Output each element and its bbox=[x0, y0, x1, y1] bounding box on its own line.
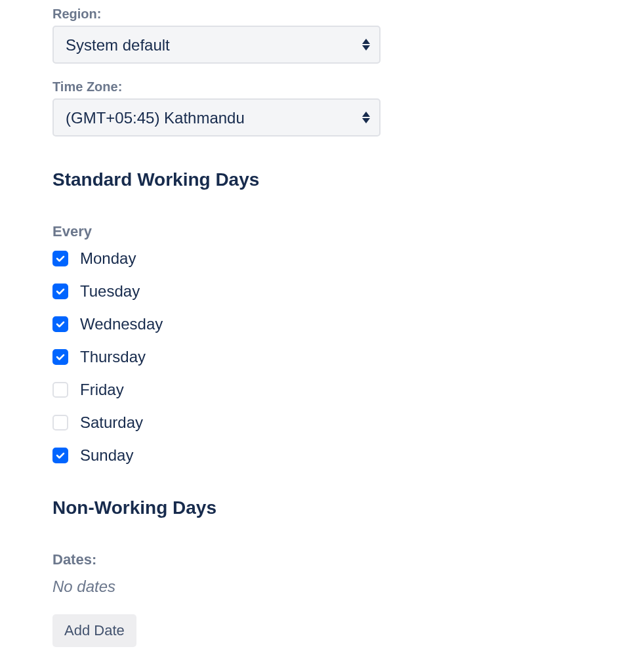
checkbox-saturday[interactable] bbox=[52, 415, 68, 430]
checkbox-sunday[interactable] bbox=[52, 448, 68, 463]
checkbox-label-wednesday[interactable]: Wednesday bbox=[80, 315, 163, 333]
timezone-select-wrapper: (GMT+05:45) Kathmandu bbox=[52, 98, 381, 136]
check-icon bbox=[55, 286, 66, 297]
timezone-select[interactable]: (GMT+05:45) Kathmandu bbox=[52, 98, 381, 136]
no-dates-text: No dates bbox=[52, 578, 566, 596]
checkbox-row-wednesday: Wednesday bbox=[52, 315, 566, 333]
checkbox-label-monday[interactable]: Monday bbox=[80, 249, 136, 268]
checkbox-row-thursday: Thursday bbox=[52, 348, 566, 366]
checkbox-monday[interactable] bbox=[52, 251, 68, 266]
working-days-heading: Standard Working Days bbox=[52, 169, 566, 190]
region-select[interactable]: System default bbox=[52, 26, 381, 64]
checkbox-friday[interactable] bbox=[52, 382, 68, 398]
checkbox-thursday[interactable] bbox=[52, 349, 68, 365]
checkbox-row-sunday: Sunday bbox=[52, 446, 566, 465]
check-icon bbox=[55, 450, 66, 461]
working-days-list: Monday Tuesday Wednesday Thursday Friday… bbox=[52, 249, 566, 465]
timezone-field-group: Time Zone: (GMT+05:45) Kathmandu bbox=[52, 79, 566, 136]
non-working-days-heading: Non-Working Days bbox=[52, 497, 566, 518]
checkbox-wednesday[interactable] bbox=[52, 316, 68, 332]
region-field-group: Region: System default bbox=[52, 7, 566, 64]
checkbox-label-saturday[interactable]: Saturday bbox=[80, 413, 143, 432]
timezone-label: Time Zone: bbox=[52, 79, 566, 94]
every-label: Every bbox=[52, 223, 566, 240]
region-select-wrapper: System default bbox=[52, 26, 381, 64]
region-label: Region: bbox=[52, 7, 566, 22]
checkbox-label-sunday[interactable]: Sunday bbox=[80, 446, 133, 465]
dates-section: Dates: No dates Add Date bbox=[52, 551, 566, 647]
checkbox-label-friday[interactable]: Friday bbox=[80, 381, 124, 399]
checkbox-row-friday: Friday bbox=[52, 381, 566, 399]
checkbox-row-saturday: Saturday bbox=[52, 413, 566, 432]
check-icon bbox=[55, 319, 66, 329]
checkbox-row-tuesday: Tuesday bbox=[52, 282, 566, 301]
checkbox-label-thursday[interactable]: Thursday bbox=[80, 348, 146, 366]
add-date-button[interactable]: Add Date bbox=[52, 614, 136, 647]
checkbox-label-tuesday[interactable]: Tuesday bbox=[80, 282, 140, 301]
check-icon bbox=[55, 352, 66, 362]
check-icon bbox=[55, 253, 66, 264]
checkbox-tuesday[interactable] bbox=[52, 284, 68, 299]
checkbox-row-monday: Monday bbox=[52, 249, 566, 268]
dates-label: Dates: bbox=[52, 551, 566, 568]
